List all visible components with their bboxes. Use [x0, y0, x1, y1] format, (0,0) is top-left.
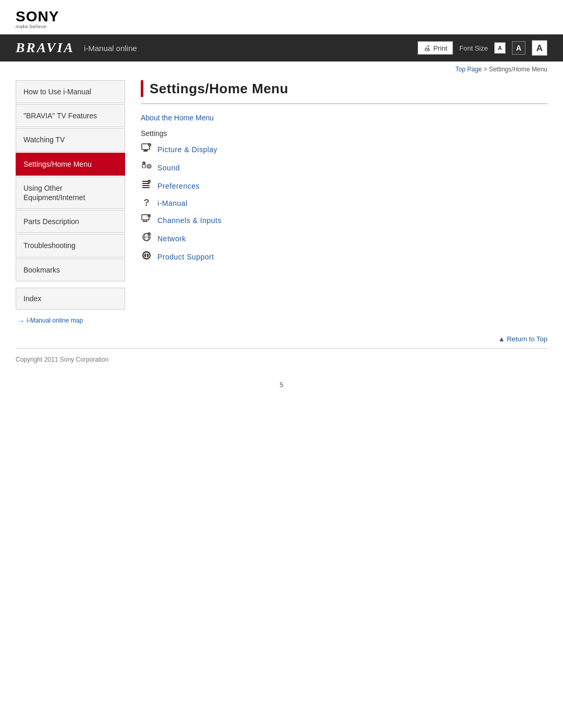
banner-right: 🖨 Print Font Size A A A [418, 40, 547, 56]
svg-rect-12 [142, 185, 150, 186]
triangle-icon: ▲ [498, 335, 507, 343]
return-to-top-link[interactable]: ▲ Return to Top [498, 335, 547, 343]
arrow-icon: → [18, 317, 25, 325]
font-medium-button[interactable]: A [512, 41, 525, 55]
return-to-top-area: ▲ Return to Top [0, 325, 563, 348]
sony-logo: SONY make.believe [16, 9, 59, 29]
picture-display-link[interactable]: Picture & Display [157, 145, 217, 154]
print-label: Print [433, 44, 447, 52]
breadcrumb: Top Page > Settings/Home Menu [0, 61, 563, 75]
svg-point-29 [146, 253, 148, 255]
svg-point-6 [148, 165, 150, 167]
sidebar-item-index[interactable]: Index [16, 288, 125, 310]
settings-list: 9 Picture & Display 9 Sound [141, 143, 547, 263]
svg-rect-7 [142, 165, 145, 168]
bravia-logo: BRAVIA [16, 40, 75, 56]
list-item-sound: 9 Sound [141, 161, 547, 174]
font-size-label: Font Size [459, 44, 488, 52]
sidebar-online-map-link[interactable]: → i-Manual online map [16, 317, 125, 325]
font-large-button[interactable]: A [532, 40, 547, 56]
preferences-icon: 9 [141, 179, 152, 192]
sidebar-item-using-other[interactable]: Using Other Equipment/Internet [16, 177, 125, 209]
logo-area: SONY make.believe [0, 0, 563, 34]
picture-display-icon: 9 [141, 143, 152, 156]
list-item-preferences: 9 Preferences [141, 179, 547, 192]
svg-rect-13 [142, 187, 150, 188]
product-support-icon [141, 250, 152, 263]
imanual-link[interactable]: i-Manual [157, 199, 188, 207]
sidebar-item-parts-description[interactable]: Parts Description [16, 210, 125, 233]
list-item-product-support: Product Support [141, 250, 547, 263]
about-home-menu-link[interactable]: About the Home Menu [141, 114, 547, 122]
breadcrumb-separator: > [484, 66, 489, 73]
sony-tagline: make.believe [16, 24, 46, 29]
sound-link[interactable]: Sound [157, 164, 180, 172]
list-item-channels-inputs: 9 Channels & Inputs [141, 214, 547, 227]
return-to-top-label: Return to Top [507, 335, 547, 343]
preferences-link[interactable]: Preferences [157, 182, 200, 190]
print-button[interactable]: 🖨 Print [418, 41, 453, 55]
network-icon: 9 [141, 232, 152, 245]
settings-section-label: Settings [141, 129, 547, 138]
print-icon: 🖨 [423, 44, 431, 52]
sidebar: How to Use i-Manual "BRAVIA" TV Features… [16, 80, 125, 325]
page-number: 5 [0, 371, 563, 399]
network-link[interactable]: Network [157, 235, 186, 243]
list-item-imanual: ? i-Manual [141, 198, 547, 208]
imanual-item-icon: ? [141, 198, 152, 208]
sony-brand: SONY [16, 9, 59, 24]
list-item-network: 9 Network [141, 232, 547, 245]
page-title: Settings/Home Menu [150, 81, 288, 97]
channels-inputs-icon: 9 [141, 214, 152, 227]
sidebar-online-map-label: i-Manual online map [27, 317, 83, 324]
page-title-area: Settings/Home Menu [141, 80, 547, 104]
main-layout: How to Use i-Manual "BRAVIA" TV Features… [0, 75, 563, 325]
list-item-picture-display: 9 Picture & Display [141, 143, 547, 156]
sidebar-item-settings-home-menu[interactable]: Settings/Home Menu [16, 153, 125, 176]
breadcrumb-current: Settings/Home Menu [489, 66, 547, 73]
sidebar-item-bravia-features[interactable]: "BRAVIA" TV Features [16, 104, 125, 127]
svg-point-5 [147, 164, 151, 168]
sidebar-item-watching-tv[interactable]: Watching TV [16, 128, 125, 151]
top-banner: BRAVIA i-Manual online 🖨 Print Font Size… [0, 34, 563, 61]
sound-icon: 9 [141, 161, 152, 174]
footer-copyright: Copyright 2011 Sony Corporation [0, 349, 563, 371]
content-area: Settings/Home Menu About the Home Menu S… [125, 80, 547, 325]
breadcrumb-top-page[interactable]: Top Page [456, 66, 482, 73]
product-support-link[interactable]: Product Support [157, 253, 214, 261]
sidebar-item-bookmarks[interactable]: Bookmarks [16, 258, 125, 281]
channels-inputs-link[interactable]: Channels & Inputs [157, 216, 222, 225]
sidebar-item-how-to-use[interactable]: How to Use i-Manual [16, 80, 125, 103]
svg-rect-30 [146, 255, 147, 257]
svg-rect-11 [142, 183, 150, 184]
sidebar-item-troubleshooting[interactable]: Troubleshooting [16, 234, 125, 257]
font-small-button[interactable]: A [494, 42, 506, 54]
imanual-label: i-Manual online [84, 44, 137, 53]
title-bar-accent [141, 80, 143, 97]
banner-left: BRAVIA i-Manual online [16, 40, 137, 56]
